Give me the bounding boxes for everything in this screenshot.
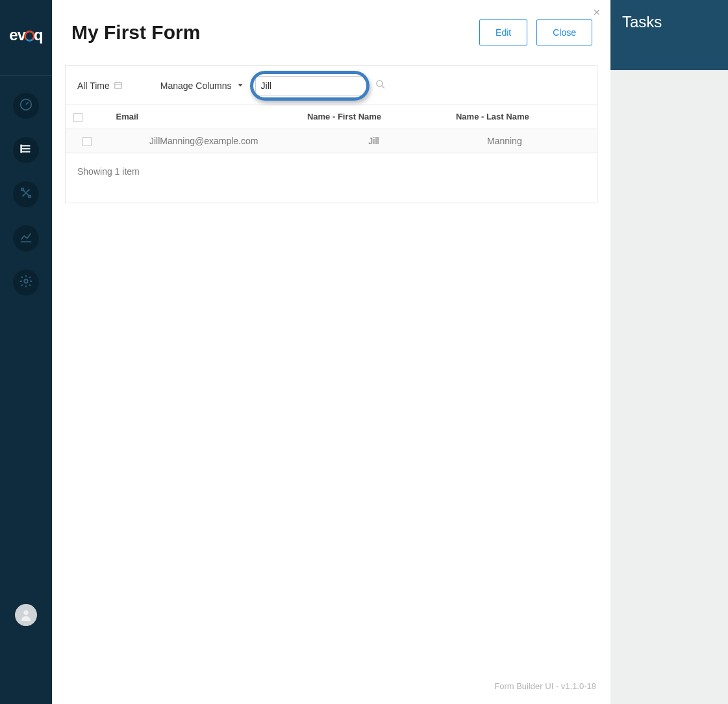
- search-wrap: [255, 76, 364, 95]
- results-panel: All Time Manage Columns: [65, 65, 597, 203]
- page-header: My First Form Edit Close: [52, 0, 610, 65]
- svg-point-15: [377, 81, 383, 86]
- sidebar-divider: [0, 75, 52, 76]
- gauge-icon: [19, 97, 33, 114]
- page-title: My First Form: [71, 21, 470, 44]
- manage-columns[interactable]: Manage Columns: [160, 81, 245, 92]
- search-box: [255, 76, 364, 95]
- footer-version: Form Builder UI - v1.1.0-18: [494, 681, 596, 691]
- col-lastname-header[interactable]: Name - Last Name: [448, 105, 597, 129]
- user-avatar[interactable]: [15, 604, 37, 626]
- svg-rect-10: [115, 82, 122, 88]
- cell-lastname: Manning: [448, 129, 597, 153]
- status-text: Showing 1 item: [66, 153, 597, 203]
- svg-line-16: [382, 86, 384, 88]
- app-sidebar: evq: [0, 0, 52, 704]
- select-all-checkbox[interactable]: [73, 113, 82, 122]
- svg-point-9: [23, 610, 28, 615]
- col-firstname-header[interactable]: Name - First Name: [299, 105, 448, 129]
- nav-content[interactable]: [13, 137, 39, 163]
- search-icon[interactable]: [375, 79, 386, 93]
- wrench-icon: [19, 186, 33, 203]
- time-filter-label: All Time: [77, 81, 110, 91]
- time-filter[interactable]: All Time: [77, 81, 123, 92]
- svg-marker-14: [238, 84, 242, 86]
- table-row[interactable]: JillManning@example.com Jill Manning: [66, 129, 597, 153]
- calendar-icon: [114, 81, 123, 92]
- lines-icon: [19, 142, 33, 158]
- brand-logo: evq: [9, 26, 42, 44]
- nav-settings[interactable]: [13, 270, 39, 295]
- col-email-header[interactable]: Email: [108, 105, 299, 129]
- chevron-down-icon: [236, 81, 245, 92]
- table-header-row: Email Name - First Name Name - Last Name: [66, 105, 597, 129]
- cell-firstname: Jill: [299, 129, 448, 153]
- close-button[interactable]: Close: [536, 19, 592, 45]
- nav-dashboard[interactable]: [13, 93, 39, 119]
- results-table: Email Name - First Name Name - Last Name…: [66, 105, 597, 153]
- manage-columns-label: Manage Columns: [160, 81, 232, 91]
- cell-email: JillManning@example.com: [108, 129, 299, 153]
- gear-icon: [19, 274, 33, 291]
- panel-toolbar: All Time Manage Columns: [66, 66, 597, 105]
- search-input[interactable]: [261, 81, 375, 91]
- edit-button[interactable]: Edit: [479, 19, 527, 45]
- row-checkbox[interactable]: [82, 137, 92, 146]
- svg-point-8: [24, 279, 28, 283]
- nav-analytics[interactable]: [13, 225, 39, 251]
- main-panel: ✕ My First Form Edit Close All Time Mana…: [52, 0, 610, 704]
- tasks-header: Tasks: [610, 0, 728, 70]
- tasks-panel: Tasks: [610, 0, 728, 704]
- chart-icon: [19, 230, 33, 247]
- close-icon[interactable]: ✕: [593, 8, 601, 17]
- nav-tools[interactable]: [13, 181, 39, 207]
